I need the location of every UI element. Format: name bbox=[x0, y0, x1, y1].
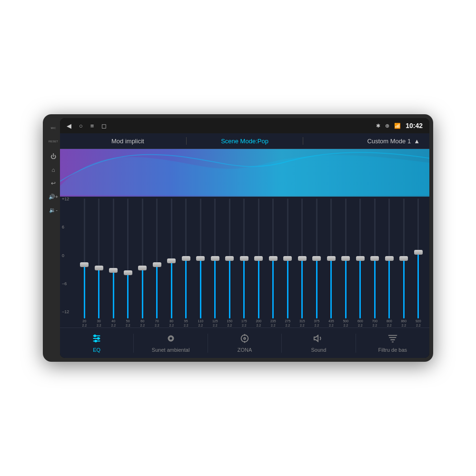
fader-fill-200 bbox=[258, 258, 259, 318]
fc-label-col-175: 175 2.2 bbox=[237, 319, 252, 327]
fader-col-500[interactable] bbox=[338, 198, 353, 318]
fader-handle-200[interactable] bbox=[254, 256, 263, 261]
home-button[interactable]: ⌂ bbox=[48, 165, 59, 175]
fc-value-125: 125 bbox=[208, 319, 223, 323]
fc-value-110: 110 bbox=[193, 319, 208, 323]
scale-6: 6 bbox=[62, 225, 69, 229]
fc-value-800: 800 bbox=[382, 319, 397, 323]
fader-handle-125[interactable] bbox=[211, 256, 219, 261]
fader-handle-435[interactable] bbox=[327, 256, 336, 261]
fader-handle-95[interactable] bbox=[182, 256, 190, 261]
fader-col-50[interactable] bbox=[121, 198, 136, 318]
fader-handle-150[interactable] bbox=[225, 256, 234, 261]
tab-sunet[interactable]: Sunet ambiental bbox=[134, 330, 207, 356]
fader-fill-700 bbox=[374, 258, 376, 318]
fader-col-175[interactable] bbox=[237, 198, 252, 318]
fc-value-860: 860 bbox=[397, 319, 411, 323]
fader-handle-315[interactable] bbox=[298, 256, 307, 261]
fc-label-col-700: 700 2.2 bbox=[367, 319, 382, 327]
fader-col-315[interactable] bbox=[295, 198, 310, 318]
fader-track-40 bbox=[113, 198, 114, 318]
fader-col-30[interactable] bbox=[92, 198, 107, 318]
eq-wave-svg bbox=[60, 149, 429, 195]
tab-filtru-icon bbox=[387, 333, 398, 345]
fader-track-80 bbox=[171, 198, 172, 318]
fader-col-95[interactable] bbox=[179, 198, 194, 318]
fader-handle-175[interactable] bbox=[240, 256, 248, 261]
back-button[interactable]: ↩ bbox=[48, 178, 59, 188]
tab-sunet-icon bbox=[166, 333, 176, 345]
fader-fill-275 bbox=[287, 258, 288, 318]
fc-label-col-40: 40 2.2 bbox=[106, 319, 121, 327]
fader-col-20[interactable] bbox=[77, 198, 92, 318]
side-buttons: MIC RESET ⏻ ⌂ ↩ 🔊+ 🔉- bbox=[47, 118, 60, 358]
back-nav-icon[interactable]: ◀ bbox=[67, 122, 71, 129]
fader-track-275 bbox=[287, 198, 288, 318]
fader-fill-110 bbox=[200, 258, 201, 318]
tab-zona-icon bbox=[239, 333, 250, 345]
fader-track-235 bbox=[272, 198, 274, 318]
tab-filtru[interactable]: Filtru de bas bbox=[356, 330, 429, 356]
fader-col-150[interactable] bbox=[222, 198, 237, 318]
fc-value-95: 95 bbox=[179, 319, 194, 323]
fader-handle-860[interactable] bbox=[399, 256, 408, 261]
q-value-80: 2.2 bbox=[164, 324, 179, 327]
fader-col-800[interactable] bbox=[382, 198, 397, 318]
fader-handle-60[interactable] bbox=[138, 266, 147, 270]
fader-handle-920[interactable] bbox=[414, 250, 423, 255]
tab-sound[interactable]: Sound bbox=[282, 330, 355, 356]
reset-label: RESET bbox=[48, 136, 59, 147]
fader-fill-30 bbox=[98, 268, 99, 318]
fader-handle-80[interactable] bbox=[167, 258, 176, 263]
home-nav-icon[interactable]: ○ bbox=[79, 122, 83, 129]
fader-col-920[interactable] bbox=[411, 198, 426, 318]
fader-handle-20[interactable] bbox=[80, 262, 89, 267]
fader-handle-275[interactable] bbox=[283, 256, 292, 261]
fader-handle-500[interactable] bbox=[341, 256, 350, 261]
fader-col-70[interactable] bbox=[150, 198, 165, 318]
fader-handle-110[interactable] bbox=[196, 256, 205, 261]
q-value-600: 2.2 bbox=[353, 324, 368, 327]
recent-nav-icon[interactable]: ◻ bbox=[101, 122, 107, 129]
tab-zona[interactable]: ZONA bbox=[208, 330, 281, 356]
device-frame: MIC RESET ⏻ ⌂ ↩ 🔊+ 🔉- ◀ ○ ≡ ◻ bbox=[43, 114, 433, 362]
fader-col-60[interactable] bbox=[135, 198, 150, 318]
fader-handle-70[interactable] bbox=[153, 262, 161, 267]
fader-col-435[interactable] bbox=[324, 198, 339, 318]
power-button[interactable]: ⏻ bbox=[48, 151, 59, 162]
mode-implicit[interactable]: Mod implicit bbox=[69, 138, 186, 145]
fader-col-600[interactable] bbox=[353, 198, 368, 318]
fader-col-375[interactable] bbox=[309, 198, 324, 318]
fader-handle-235[interactable] bbox=[269, 256, 278, 261]
fader-col-80[interactable] bbox=[164, 198, 179, 318]
scene-mode[interactable]: Scene Mode:Pop bbox=[187, 138, 303, 145]
vol-up-button[interactable]: 🔊+ bbox=[48, 191, 59, 202]
fader-handle-40[interactable] bbox=[109, 268, 118, 273]
menu-nav-icon[interactable]: ≡ bbox=[90, 122, 94, 129]
fader-col-860[interactable] bbox=[397, 198, 411, 318]
fc-value-500: 500 bbox=[338, 319, 353, 323]
fader-col-200[interactable] bbox=[251, 198, 266, 318]
fc-label-col-235: 235 2.2 bbox=[266, 319, 281, 327]
tab-eq[interactable]: EQ bbox=[60, 330, 133, 356]
fader-handle-30[interactable] bbox=[95, 266, 103, 270]
status-bar: ◀ ○ ≡ ◻ ✱ ⊕ 📶 10:42 bbox=[60, 118, 429, 133]
fader-handle-600[interactable] bbox=[356, 256, 365, 261]
fader-col-110[interactable] bbox=[193, 198, 208, 318]
custom-mode[interactable]: Custom Mode 1 ▲ bbox=[303, 138, 420, 145]
fader-track-600 bbox=[359, 198, 361, 318]
fader-col-235[interactable] bbox=[266, 198, 281, 318]
fader-col-275[interactable] bbox=[280, 198, 295, 318]
fader-fill-40 bbox=[113, 270, 114, 318]
fader-col-125[interactable] bbox=[208, 198, 223, 318]
q-value-110: 2.2 bbox=[193, 324, 208, 327]
fader-handle-375[interactable] bbox=[312, 256, 321, 261]
fader-handle-700[interactable] bbox=[370, 256, 379, 261]
fader-track-60 bbox=[142, 198, 143, 318]
vol-down-button[interactable]: 🔉- bbox=[48, 205, 59, 215]
fader-col-700[interactable] bbox=[367, 198, 382, 318]
fader-handle-800[interactable] bbox=[385, 256, 394, 261]
fader-col-40[interactable] bbox=[106, 198, 121, 318]
fader-handle-50[interactable] bbox=[124, 270, 132, 275]
svg-point-7 bbox=[241, 335, 248, 342]
